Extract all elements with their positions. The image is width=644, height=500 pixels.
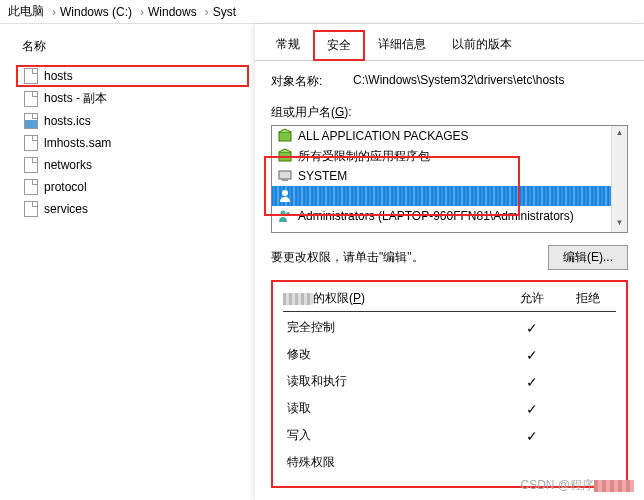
file-icon <box>24 157 38 173</box>
breadcrumb-item[interactable]: Syst <box>213 5 236 19</box>
chevron-right-icon: › <box>205 5 209 19</box>
permissions-title: 的权限(P) <box>283 290 504 307</box>
file-name: hosts - 副本 <box>44 90 107 107</box>
perm-row: 读取✓ <box>283 395 616 422</box>
check-icon: ✓ <box>504 401 560 417</box>
scroll-up-icon[interactable]: ▲ <box>612 126 627 142</box>
scrollbar[interactable]: ▲ ▼ <box>611 126 627 232</box>
svg-point-6 <box>286 212 290 216</box>
file-name: services <box>44 202 88 216</box>
breadcrumb-item[interactable]: Windows (C:) <box>60 5 132 19</box>
file-icon <box>24 91 38 107</box>
check-icon: ✓ <box>504 374 560 390</box>
object-name-value: C:\Windows\System32\drivers\etc\hosts <box>353 73 628 90</box>
file-icon <box>24 135 38 151</box>
svg-point-5 <box>281 211 286 216</box>
package-icon <box>276 128 294 144</box>
user-icon <box>276 188 294 204</box>
security-tab-content: 对象名称: C:\Windows\System32\drivers\etc\ho… <box>255 61 644 500</box>
perm-row: 完全控制✓ <box>283 314 616 341</box>
file-name: networks <box>44 158 92 172</box>
file-item[interactable]: protocol <box>16 176 249 198</box>
edit-hint: 要更改权限，请单击"编辑"。 <box>271 249 424 266</box>
file-item[interactable]: hosts.ics <box>16 110 249 132</box>
deny-header: 拒绝 <box>560 290 616 307</box>
file-item[interactable]: lmhosts.sam <box>16 132 249 154</box>
file-item-hosts[interactable]: hosts <box>16 65 249 87</box>
groups-listbox[interactable]: ALL APPLICATION PACKAGES 所有受限制的应用程序包 SYS… <box>271 125 628 233</box>
tab-details[interactable]: 详细信息 <box>365 30 439 60</box>
svg-rect-2 <box>279 171 291 179</box>
edit-button[interactable]: 编辑(E)... <box>548 245 628 270</box>
file-name: hosts <box>44 69 73 83</box>
scroll-down-icon[interactable]: ▼ <box>612 216 627 232</box>
allow-header: 允许 <box>504 290 560 307</box>
file-item[interactable]: hosts - 副本 <box>16 87 249 110</box>
file-item[interactable]: services <box>16 198 249 220</box>
svg-rect-1 <box>279 152 291 161</box>
perm-row: 写入✓ <box>283 422 616 449</box>
object-name-label: 对象名称: <box>271 73 353 90</box>
group-label: Administrators (LAPTOP-960FFN81\Administ… <box>298 209 574 223</box>
file-icon <box>24 68 38 84</box>
file-name: protocol <box>44 180 87 194</box>
group-item[interactable]: ALL APPLICATION PACKAGES <box>272 126 627 146</box>
permissions-section: 的权限(P) 允许 拒绝 完全控制✓ 修改✓ 读取和执行✓ 读取✓ 写入✓ 特殊… <box>271 280 628 488</box>
file-tree-panel: 名称 hosts hosts - 副本 hosts.ics lmhosts.sa… <box>0 24 255 500</box>
user-name-censored <box>283 293 313 305</box>
group-item[interactable]: 所有受限制的应用程序包 <box>272 146 627 166</box>
file-icon <box>24 179 38 195</box>
check-icon: ✓ <box>504 347 560 363</box>
check-icon: ✓ <box>504 428 560 444</box>
file-icon <box>24 201 38 217</box>
system-icon <box>276 168 294 184</box>
tabs: 常规 安全 详细信息 以前的版本 <box>255 24 644 61</box>
breadcrumb-item[interactable]: 此电脑 <box>8 3 44 20</box>
tab-security[interactable]: 安全 <box>313 30 365 61</box>
svg-rect-3 <box>282 179 288 181</box>
perm-row: 读取和执行✓ <box>283 368 616 395</box>
group-label: SYSTEM <box>298 169 347 183</box>
watermark: CSDN @程序 <box>520 477 634 494</box>
users-icon <box>276 208 294 224</box>
file-icon <box>24 113 38 129</box>
groups-label: 组或用户名(G): <box>271 104 628 121</box>
file-item[interactable]: networks <box>16 154 249 176</box>
tab-previous-versions[interactable]: 以前的版本 <box>439 30 525 60</box>
tab-general[interactable]: 常规 <box>263 30 313 60</box>
check-icon: ✓ <box>504 320 560 336</box>
breadcrumb-item[interactable]: Windows <box>148 5 197 19</box>
chevron-right-icon: › <box>140 5 144 19</box>
properties-panel: 常规 安全 详细信息 以前的版本 对象名称: C:\Windows\System… <box>255 24 644 500</box>
file-list: hosts hosts - 副本 hosts.ics lmhosts.sam n… <box>10 61 255 220</box>
group-item[interactable]: Administrators (LAPTOP-960FFN81\Administ… <box>272 206 627 226</box>
group-item[interactable]: SYSTEM <box>272 166 627 186</box>
group-label: 所有受限制的应用程序包 <box>298 148 430 165</box>
column-header-name[interactable]: 名称 <box>10 34 255 61</box>
perm-row: 特殊权限 <box>283 449 616 476</box>
file-name: hosts.ics <box>44 114 91 128</box>
chevron-right-icon: › <box>52 5 56 19</box>
file-name: lmhosts.sam <box>44 136 111 150</box>
perm-row: 修改✓ <box>283 341 616 368</box>
breadcrumb[interactable]: 此电脑 › Windows (C:) › Windows › Syst <box>0 0 644 24</box>
package-icon <box>276 148 294 164</box>
group-item-selected[interactable] <box>272 186 627 206</box>
group-label: ALL APPLICATION PACKAGES <box>298 129 469 143</box>
svg-point-4 <box>282 190 288 196</box>
svg-rect-0 <box>279 132 291 141</box>
